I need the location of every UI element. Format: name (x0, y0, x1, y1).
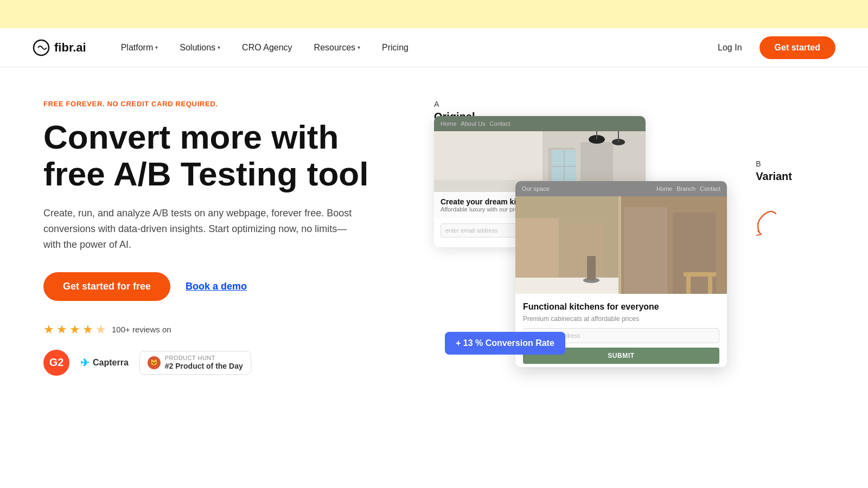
cta-secondary-button[interactable]: Book a demo (186, 281, 247, 292)
star-3: ★ (69, 323, 80, 337)
cta-row: Get started for free Book a demo (43, 272, 412, 301)
product-hunt-icon: 🐱 (148, 356, 161, 369)
star-4: ★ (82, 323, 93, 337)
star-rating: ★ ★ ★ ★ ★ (43, 323, 106, 337)
card-b-image (515, 196, 727, 294)
nav-right: Log In Get started (709, 36, 835, 59)
cta-primary-button[interactable]: Get started for free (43, 272, 170, 301)
product-hunt-small: PRODUCT HUNT (165, 355, 243, 362)
subtext: Create, run, and analyze A/B tests on an… (43, 206, 358, 252)
chevron-down-icon: ▾ (218, 44, 220, 50)
card-b-title: Functional kitchens for everyone (523, 301, 719, 313)
review-count: 100+ reviews on (112, 325, 171, 334)
product-hunt-main: #2 Product of the Day (165, 362, 243, 371)
card-b-content: Functional kitchens for everyone Premium… (515, 294, 727, 367)
top-banner (0, 0, 868, 28)
nav-resources[interactable]: Resources ▾ (305, 38, 369, 57)
star-5-half: ★ (95, 323, 106, 337)
capterra-icon: ✈ (80, 356, 90, 369)
reviews-row: ★ ★ ★ ★ ★ 100+ reviews on (43, 323, 412, 337)
nav-dot: Contact (700, 185, 720, 192)
hero-right: A Original Home About Us Contact (412, 89, 835, 488)
capterra-logo: ✈ Capterra (80, 356, 129, 369)
nav-dot: Contact (490, 120, 510, 127)
nav-dot: Our space (522, 185, 550, 192)
card-b-sub: Premium cabinecats at affordable prices (523, 315, 719, 323)
nav-dot: Home (441, 120, 456, 127)
main-content: FREE FOREVER. NO CREDIT CARD REQUIRED. C… (0, 67, 868, 488)
social-proof: G2 ✈ Capterra 🐱 PRODUCT HUNT #2 Product … (43, 350, 412, 376)
label-b: B Variant (756, 159, 792, 183)
conversion-badge: + 13 % Conversion Rate (445, 332, 565, 355)
logo-icon (33, 39, 50, 56)
nav-solutions[interactable]: Solutions ▾ (171, 38, 229, 57)
navbar: fibr.ai Platform ▾ Solutions ▾ CRO Agenc… (0, 28, 868, 67)
card-a-header: Home About Us Contact (434, 116, 646, 131)
login-button[interactable]: Log In (709, 38, 750, 57)
star-2: ★ (56, 323, 67, 337)
star-1: ★ (43, 323, 54, 337)
svg-rect-18 (624, 207, 667, 294)
arrow-b (732, 203, 781, 243)
logo[interactable]: fibr.ai (33, 39, 86, 56)
svg-rect-25 (708, 277, 712, 294)
nav-links: Platform ▾ Solutions ▾ CRO Agency Resour… (112, 38, 709, 57)
nav-dot: About Us (461, 120, 485, 127)
nav-dot: Home (656, 185, 672, 192)
capterra-text: Capterra (93, 358, 129, 368)
hero-left: FREE FOREVER. NO CREDIT CARD REQUIRED. C… (43, 89, 412, 376)
ab-demo: A Original Home About Us Contact (434, 94, 749, 376)
svg-rect-20 (515, 278, 618, 294)
svg-rect-23 (684, 272, 716, 277)
product-hunt-badge: 🐱 PRODUCT HUNT #2 Product of the Day (139, 351, 251, 375)
card-b-header: Our space Home Branch Contact (515, 181, 727, 196)
g2-logo: G2 (43, 350, 69, 376)
svg-rect-24 (686, 277, 691, 294)
headline: Convert more with free A/B Testing tool (43, 119, 380, 192)
product-hunt-text: PRODUCT HUNT #2 Product of the Day (165, 355, 243, 371)
svg-rect-22 (587, 256, 596, 280)
nav-pricing[interactable]: Pricing (373, 38, 417, 57)
get-started-button[interactable]: Get started (760, 36, 835, 59)
free-badge: FREE FOREVER. NO CREDIT CARD REQUIRED. (43, 100, 412, 108)
nav-dot: Branch (676, 185, 695, 192)
chevron-down-icon: ▾ (358, 44, 360, 50)
nav-platform[interactable]: Platform ▾ (112, 38, 167, 57)
chevron-down-icon: ▾ (155, 44, 158, 50)
nav-cro-agency[interactable]: CRO Agency (233, 38, 301, 57)
